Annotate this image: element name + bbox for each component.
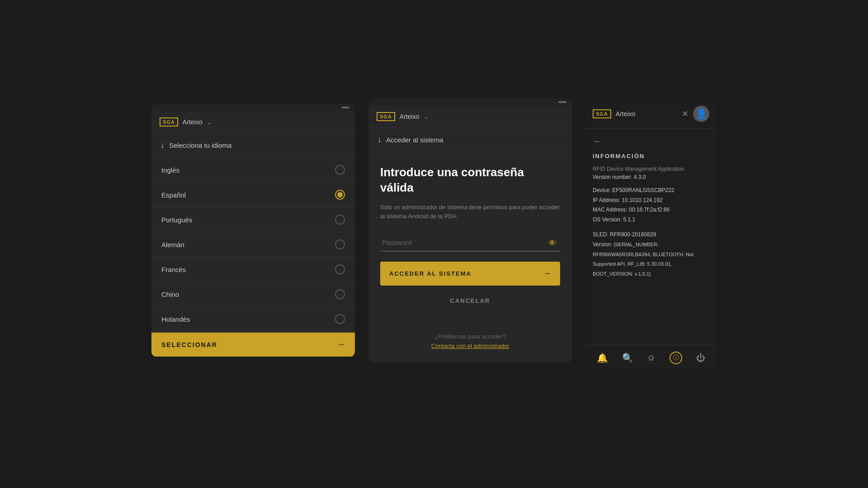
bell-icon[interactable]: 🔔 (597, 352, 608, 363)
header-left: SGA Arteixo ⌄ (160, 117, 212, 127)
problems-section: ¿Problemas para acceder? Contacta con el… (380, 324, 560, 350)
password-input-wrap: 👁 (380, 234, 560, 252)
language-item-aleman[interactable]: Alemán (151, 232, 355, 257)
radio-inner-espanol (337, 192, 343, 197)
select-button-label: SELECCIONAR (161, 341, 217, 348)
down-arrow-icon-2: ↓ (377, 135, 382, 145)
info-section-title: INFORMACIÓN (593, 153, 709, 160)
radio-chino[interactable] (335, 289, 345, 299)
password-body: Introduce una contraseña válida Sólo un … (368, 152, 572, 362)
down-arrow-icon: ↓ (160, 141, 165, 150)
language-name-espanol: Español (161, 191, 186, 199)
info-panel-title: Arteixo (616, 110, 636, 117)
password-heading: Introduce una contraseña válida (380, 165, 560, 196)
radio-holandes[interactable] (335, 314, 345, 324)
problems-text: ¿Problemas para acceder? (380, 333, 560, 340)
info-panel: SGA Arteixo ✕ 👤 ← INFORMACIÓN RFID Devic… (585, 99, 717, 371)
close-button[interactable]: ✕ (682, 109, 689, 119)
minimize-button[interactable] (341, 107, 349, 108)
info-icon[interactable]: ⓘ (670, 352, 682, 364)
language-item-holandes[interactable]: Holandés (151, 307, 355, 332)
acceder-section-title: ↓ Acceder al sistema (368, 128, 572, 152)
language-panel: SGA Arteixo ⌄ ↓ Selecciona tu idioma Ing… (151, 104, 355, 357)
password-input[interactable] (380, 234, 560, 252)
device-info: Device: EF500RANLGSSCBP222 IP Address: 1… (593, 186, 709, 225)
radio-espanol[interactable] (335, 190, 345, 200)
language-name-frances: Francés (161, 266, 186, 273)
arrow-right-icon-2: → (543, 269, 551, 278)
radio-ingles[interactable] (335, 165, 345, 175)
access-system-button[interactable]: ACCEDER AL SISTEMA → (380, 262, 560, 286)
language-item-ingles[interactable]: Inglés (151, 158, 355, 183)
language-item-espanol[interactable]: Español (151, 183, 355, 207)
cancel-button-label: CANCELAR (450, 297, 491, 304)
os-label: OS Version: (593, 216, 622, 223)
language-name-portugues: Portugués (161, 216, 192, 224)
language-section-title: ↓ Selecciona tu idioma (151, 133, 355, 158)
language-item-frances[interactable]: Francés (151, 257, 355, 282)
app-name: RFID Device Management Application (593, 166, 709, 172)
language-item-portugues[interactable]: Portugués (151, 207, 355, 232)
ip-label: IP Address: (593, 197, 620, 203)
sga-logo: SGA (160, 117, 178, 127)
password-panel: SGA Arteixo ⌄ ↓ Acceder al sistema Intro… (368, 99, 572, 362)
language-item-chino[interactable]: Chino (151, 282, 355, 307)
language-panel-header: SGA Arteixo ⌄ (151, 111, 355, 133)
info-footer: 🔔 🔍 ⛭ ⓘ ⏻ (585, 345, 717, 371)
access-button-label: ACCEDER AL SISTEMA (389, 270, 472, 277)
radio-aleman[interactable] (335, 239, 345, 249)
select-language-button[interactable]: SELECCIONAR → (151, 333, 355, 357)
info-body: ← INFORMACIÓN RFID Device Management App… (585, 129, 717, 286)
language-name-ingles: Inglés (161, 166, 179, 174)
avatar: 👤 (693, 106, 709, 122)
mac-label: MAC Address: (593, 206, 627, 213)
info-panel-header: SGA Arteixo ✕ 👤 (585, 99, 717, 129)
radio-frances[interactable] (335, 264, 345, 274)
chevron-down-icon-2[interactable]: ⌄ (424, 113, 429, 120)
device-label: Device: (593, 187, 611, 193)
chevron-down-icon[interactable]: ⌄ (207, 118, 212, 126)
sled-label: SLED: (593, 231, 609, 238)
panel-title-2: Arteixo (400, 113, 420, 120)
search-icon[interactable]: 🔍 (622, 352, 633, 363)
network-icon[interactable]: ⛭ (647, 353, 656, 363)
back-button[interactable]: ← (593, 136, 709, 146)
eye-icon[interactable]: 👁 (548, 238, 557, 248)
contact-admin-link[interactable]: Contacta con el administrador (431, 343, 509, 349)
version2-label: Version: (593, 241, 612, 248)
panel-title: Arteixo (183, 118, 203, 126)
language-list: Inglés Español Portugués Alemán Francés (151, 158, 355, 332)
header-left-2: SGA Arteixo ⌄ (377, 112, 429, 121)
info-header-left: SGA Arteixo (593, 109, 635, 118)
language-name-aleman: Alemán (161, 241, 184, 249)
select-language-label: Selecciona tu idioma (169, 141, 231, 149)
sled-info: SLED: RFR900-20180829 Version: [SERIAL_N… (593, 230, 709, 279)
language-name-chino: Chino (161, 291, 179, 298)
acceder-label: Acceder al sistema (386, 136, 443, 144)
arrow-right-icon: → (337, 340, 345, 349)
password-panel-header: SGA Arteixo ⌄ (368, 106, 572, 128)
version-number: Version number: 4.3.0 (593, 174, 709, 180)
cancel-button[interactable]: CANCELAR (380, 291, 560, 310)
sga-logo-3: SGA (593, 109, 611, 118)
password-description: Sólo un administrador de sistema tiene p… (380, 203, 560, 222)
main-screen: SGA Arteixo ⌄ ↓ Selecciona tu idioma Ing… (0, 0, 868, 488)
power-icon[interactable]: ⏻ (696, 353, 705, 363)
minimize-button-2[interactable] (558, 101, 566, 103)
sga-logo-2: SGA (377, 112, 395, 121)
radio-portugues[interactable] (335, 215, 345, 225)
language-name-holandes: Holandés (161, 315, 190, 323)
